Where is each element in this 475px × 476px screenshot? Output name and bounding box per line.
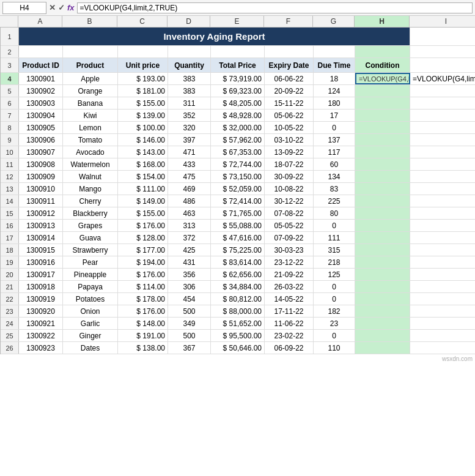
cell-r7-ca[interactable]: 1300904 (19, 110, 63, 121)
cell-r10-ce[interactable]: $ 67,353.00 (211, 146, 265, 158)
cell-r17-ca[interactable]: 1300914 (19, 232, 63, 244)
cell-r13-cg[interactable]: 83 (314, 183, 355, 195)
cell-r9-ch[interactable] (355, 134, 410, 146)
cell-r6-ch[interactable] (355, 97, 410, 109)
cell-r23-ce[interactable]: $ 88,000.00 (211, 305, 265, 317)
cell-r22-ch[interactable] (355, 293, 410, 305)
cell-r4-cb[interactable]: Apple (63, 73, 118, 84)
cell-r22-ca[interactable]: 1300919 (19, 293, 63, 305)
col-header-a[interactable]: A (18, 16, 62, 27)
cell[interactable]: Total Price (211, 58, 265, 72)
cell-r11-ca[interactable]: 1300908 (19, 158, 63, 170)
cell[interactable]: Quantity (168, 58, 211, 72)
cell-r6-cg[interactable]: 180 (314, 97, 355, 109)
cell-r12-cd[interactable]: 475 (168, 171, 211, 182)
cell-r7-cc[interactable]: $ 139.00 (118, 110, 168, 121)
cell-r8-cb[interactable]: Lemon (63, 122, 118, 133)
cell-r22-cc[interactable]: $ 178.00 (118, 293, 168, 305)
cell-r24-cg[interactable]: 23 (314, 318, 355, 329)
cell-r4-cd[interactable]: 383 (168, 73, 211, 84)
formula-input[interactable] (77, 2, 473, 13)
cell-r8-cf[interactable]: 10-05-22 (265, 122, 314, 133)
cell-r22-ci[interactable] (410, 293, 475, 305)
cell-r14-cb[interactable]: Cherry (63, 195, 118, 207)
cell-r6-ca[interactable]: 1300903 (19, 97, 63, 109)
cell-r12-ch[interactable] (355, 171, 410, 182)
col-header-e[interactable]: E (210, 16, 264, 27)
cell-r16-ch[interactable] (355, 220, 410, 231)
cell-r5-ce[interactable]: $ 69,323.00 (211, 85, 265, 97)
col-header-d[interactable]: D (168, 16, 210, 27)
cell-r16-ci[interactable] (410, 220, 475, 231)
cell-r8-ca[interactable]: 1300905 (19, 122, 63, 133)
cell-r22-cb[interactable]: Potatoes (63, 293, 118, 305)
cell-r24-ce[interactable]: $ 51,652.00 (211, 318, 265, 329)
cell-r15-ch[interactable] (355, 207, 410, 219)
cell-r7-cg[interactable]: 17 (314, 110, 355, 121)
cell-r12-cf[interactable]: 30-09-22 (265, 171, 314, 182)
cell-r13-ci[interactable] (410, 183, 475, 195)
cell-r9-cb[interactable]: Tomato (63, 134, 118, 146)
cell-r19-ca[interactable]: 1300916 (19, 256, 63, 268)
cell-r6-ci[interactable] (410, 97, 475, 109)
cell-r17-ci[interactable] (410, 232, 475, 244)
cell-r10-cb[interactable]: Avocado (63, 146, 118, 158)
cell-r9-cc[interactable]: $ 146.00 (118, 134, 168, 146)
cell-r15-ca[interactable]: 1300912 (19, 207, 63, 219)
cell-r16-ce[interactable]: $ 55,088.00 (211, 220, 265, 231)
cell-r12-cc[interactable]: $ 154.00 (118, 171, 168, 182)
cell-r25-cd[interactable]: 500 (168, 330, 211, 341)
cell-r16-cc[interactable]: $ 176.00 (118, 220, 168, 231)
cell[interactable] (168, 46, 211, 58)
cell-r4-ca[interactable]: 1300901 (19, 73, 63, 84)
cell-r9-ce[interactable]: $ 57,962.00 (211, 134, 265, 146)
cell-r20-ci[interactable] (410, 269, 475, 280)
cell-r17-cf[interactable]: 07-09-22 (265, 232, 314, 244)
cell-r20-cc[interactable]: $ 176.00 (118, 269, 168, 280)
cell-r11-ch[interactable] (355, 158, 410, 170)
cell-r25-ca[interactable]: 1300922 (19, 330, 63, 341)
cell-r15-cc[interactable]: $ 155.00 (118, 207, 168, 219)
cell-r9-cd[interactable]: 397 (168, 134, 211, 146)
cell-r11-cf[interactable]: 18-07-22 (265, 158, 314, 170)
cell[interactable]: Expiry Date (265, 58, 314, 72)
cell-r6-ce[interactable]: $ 48,205.00 (211, 97, 265, 109)
cell-r17-ch[interactable] (355, 232, 410, 244)
cell-r19-cf[interactable]: 23-12-22 (265, 256, 314, 268)
cell-r14-cd[interactable]: 486 (168, 195, 211, 207)
cell-r24-ch[interactable] (355, 318, 410, 329)
cell-r18-cg[interactable]: 315 (314, 244, 355, 256)
cell-r4-cc[interactable]: $ 193.00 (118, 73, 168, 84)
cell-r24-cb[interactable]: Garlic (63, 318, 118, 329)
cell-r25-cb[interactable]: Ginger (63, 330, 118, 341)
cell-r9-cf[interactable]: 03-10-22 (265, 134, 314, 146)
cell-r19-ci[interactable] (410, 256, 475, 268)
cell[interactable] (410, 46, 475, 58)
cell-r13-cf[interactable]: 10-08-22 (265, 183, 314, 195)
cell-r17-cc[interactable]: $ 128.00 (118, 232, 168, 244)
cell-r5-cf[interactable]: 20-09-22 (265, 85, 314, 97)
cell-r12-ci[interactable] (410, 171, 475, 182)
cell-r10-ci[interactable] (410, 146, 475, 158)
cell[interactable] (118, 46, 168, 58)
cell-r15-cf[interactable]: 07-08-22 (265, 207, 314, 219)
cell[interactable] (355, 46, 410, 58)
cell-r24-cd[interactable]: 349 (168, 318, 211, 329)
cell-r18-cd[interactable]: 425 (168, 244, 211, 256)
cell-r25-cg[interactable]: 0 (314, 330, 355, 341)
cell-r20-cg[interactable]: 125 (314, 269, 355, 280)
cell-r25-cc[interactable]: $ 191.00 (118, 330, 168, 341)
cell-r7-ch[interactable] (355, 110, 410, 121)
cell-r23-cb[interactable]: Onion (63, 305, 118, 317)
cell-r6-cb[interactable]: Banana (63, 97, 118, 109)
cell-r4-cg[interactable]: 18 (314, 73, 355, 84)
cell[interactable]: Product (63, 58, 118, 72)
cell-r8-cg[interactable]: 0 (314, 122, 355, 133)
cell-r26-cf[interactable]: 06-09-22 (265, 342, 314, 354)
col-header-c[interactable]: C (117, 16, 168, 27)
cell-r14-ce[interactable]: $ 72,414.00 (211, 195, 265, 207)
cell-r7-cf[interactable]: 05-06-22 (265, 110, 314, 121)
cell-r16-ca[interactable]: 1300913 (19, 220, 63, 231)
cell-r16-cd[interactable]: 313 (168, 220, 211, 231)
cell-r18-ci[interactable] (410, 244, 475, 256)
